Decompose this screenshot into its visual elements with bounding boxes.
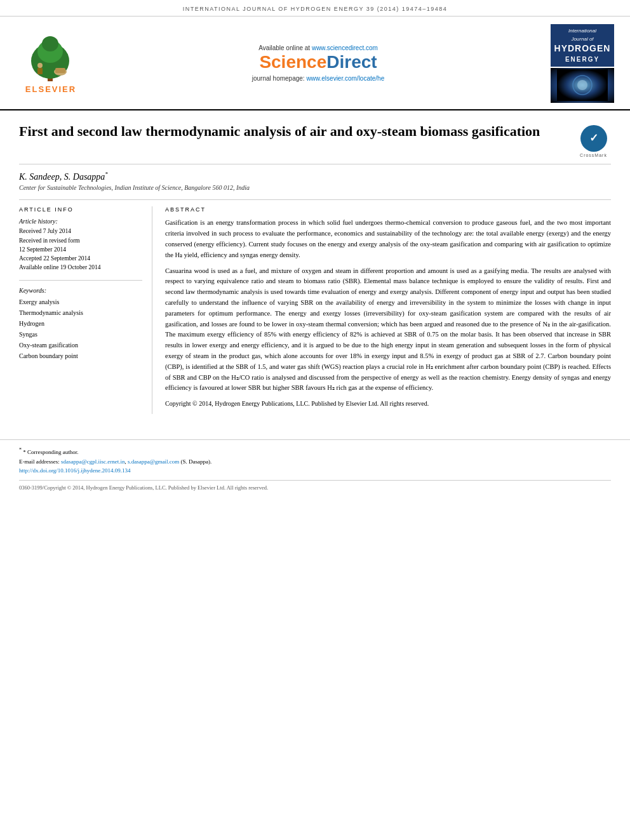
svg-point-3 [42, 36, 58, 51]
abstract-paragraphs: Gasification is an energy transformation… [165, 218, 611, 409]
svg-rect-7 [55, 68, 65, 73]
keywords-label: Keywords: [19, 287, 142, 294]
abstract-paragraph: Casuarina wood is used as a fuel, and mi… [165, 266, 611, 394]
footer-copyright: 0360-3199/Copyright © 2014, Hydrogen Ene… [19, 480, 611, 491]
journal-citation: INTERNATIONAL JOURNAL OF HYDROGEN ENERGY… [183, 6, 448, 12]
elsevier-brand-text: ELSEVIER [25, 84, 76, 94]
article-title-section: First and second law thermodynamic analy… [19, 110, 611, 164]
footnote-section: * * Corresponding author. E-mail address… [19, 446, 611, 474]
received-date: Received 7 July 2014 [19, 227, 142, 236]
two-column-layout: ARTICLE INFO Article history: Received 7… [19, 199, 611, 420]
keyword-item: Oxy-steam gasification [19, 340, 142, 350]
keywords-list: Exergy analysisThermodynamic analysisHyd… [19, 297, 142, 361]
keywords-section: Keywords: Exergy analysisThermodynamic a… [19, 287, 142, 361]
hydrogen-image-icon [554, 69, 611, 101]
email-link-1[interactable]: sdasappa@cgpl.iisc.ernet.in [61, 458, 125, 465]
abstract-paragraph: Gasification is an energy transformation… [165, 218, 611, 260]
main-content: First and second law thermodynamic analy… [0, 110, 630, 420]
sciencedirect-link[interactable]: www.sciencedirect.com [312, 44, 378, 51]
hydrogen-logo-box: International Journal of HYDROGEN ENERGY [551, 24, 614, 67]
keyword-item: Hydrogen [19, 318, 142, 329]
corresponding-author-note: * * Corresponding author. [19, 446, 611, 457]
authors-section: K. Sandeep, S. Dasappa* Center for Susta… [19, 164, 611, 200]
keyword-item: Syngas [19, 329, 142, 340]
accepted-date: Accepted 22 September 2014 [19, 254, 142, 263]
abstract-header: ABSTRACT [165, 206, 611, 213]
journal-center-header: Available online at www.sciencedirect.co… [95, 44, 541, 82]
doi-link[interactable]: http://dx.doi.org/10.1016/j.ijhydene.201… [19, 467, 611, 474]
available-online-date: Available online 19 October 2014 [19, 263, 142, 272]
article-title: First and second law thermodynamic analy… [19, 122, 566, 141]
hydrogen-logo-image [551, 68, 614, 103]
article-history: Article history: Received 7 July 2014 Re… [19, 218, 142, 272]
crossmark-svg: ✓ [583, 128, 605, 149]
received-revised-label: Received in revised form [19, 236, 142, 245]
journal-header: ELSEVIER Available online at www.science… [0, 17, 630, 110]
keyword-item: Thermodynamic analysis [19, 307, 142, 318]
elsevier-tree-icon [22, 32, 79, 83]
keyword-item: Exergy analysis [19, 297, 142, 307]
journal-homepage-link[interactable]: www.elsevier.com/locate/he [306, 75, 384, 82]
svg-rect-5 [37, 68, 43, 74]
info-divider [19, 280, 142, 281]
email-link-2[interactable]: s.dasappa@gmail.com [128, 458, 179, 465]
article-info-column: ARTICLE INFO Article history: Received 7… [19, 206, 152, 414]
crossmark-label: CrossMark [580, 153, 607, 157]
footnote-marker: * [19, 447, 22, 453]
revised-date: 12 September 2014 [19, 245, 142, 254]
keyword-item: Carbon boundary point [19, 350, 142, 361]
abstract-text: Gasification is an energy transformation… [165, 218, 611, 409]
svg-text:✓: ✓ [589, 132, 598, 144]
journal-top-bar: INTERNATIONAL JOURNAL OF HYDROGEN ENERGY… [0, 0, 630, 17]
svg-point-10 [577, 80, 587, 90]
page-footer: * * Corresponding author. E-mail address… [0, 439, 630, 497]
corresponding-marker: * [105, 171, 108, 177]
abstract-copyright: Copyright © 2014, Hydrogen Energy Public… [165, 399, 611, 409]
sciencedirect-logo: ScienceDirect [95, 53, 541, 72]
hydrogen-energy-logo: International Journal of HYDROGEN ENERGY [547, 24, 617, 103]
author-list: K. Sandeep, S. Dasappa [19, 171, 105, 181]
journal-homepage-text: journal homepage: www.elsevier.com/locat… [95, 75, 541, 82]
author-affiliation: Center for Sustainable Technologies, Ind… [19, 184, 611, 191]
crossmark-badge[interactable]: ✓ CrossMark [576, 125, 611, 157]
history-label: Article history: [19, 218, 142, 225]
article-info-header: ARTICLE INFO [19, 206, 142, 213]
crossmark-icon: ✓ [580, 125, 607, 152]
email-line: E-mail addresses: sdasappa@cgpl.iisc.ern… [19, 457, 611, 466]
available-online-text: Available online at www.sciencedirect.co… [95, 44, 541, 51]
abstract-column: ABSTRACT Gasification is an energy trans… [165, 206, 611, 414]
elsevier-logo: ELSEVIER [13, 32, 89, 94]
svg-point-4 [37, 63, 43, 68]
email-suffix: (S. Dasappa). [181, 458, 212, 465]
authors-names: K. Sandeep, S. Dasappa* [19, 171, 611, 182]
